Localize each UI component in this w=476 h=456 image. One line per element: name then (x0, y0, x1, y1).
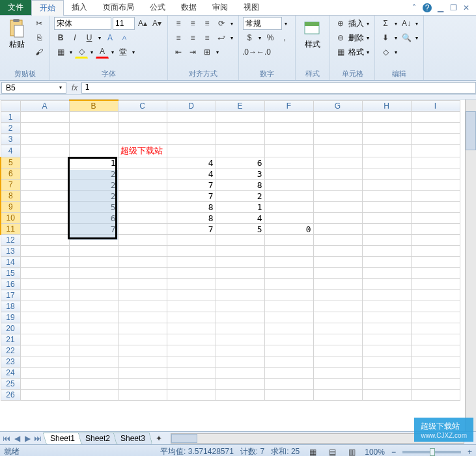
cell-C26[interactable] (118, 390, 167, 401)
tab-layout[interactable]: 页面布局 (95, 0, 142, 15)
cell-F17[interactable] (264, 290, 313, 301)
cell-C6[interactable] (118, 168, 167, 180)
cell-I26[interactable] (411, 390, 460, 401)
cell-H19[interactable] (362, 312, 411, 323)
cell-F10[interactable] (264, 213, 313, 224)
cell-G13[interactable] (313, 246, 362, 257)
delete-cells-label[interactable]: 删除 (348, 33, 364, 44)
row-header-10[interactable]: 10 (1, 213, 20, 224)
cell-E26[interactable] (216, 390, 264, 401)
cell-I10[interactable] (411, 213, 460, 224)
font-name-select[interactable] (54, 17, 111, 30)
format-cells-icon[interactable]: ▦ (334, 46, 347, 59)
cell-C11[interactable] (118, 224, 167, 235)
cell-F11[interactable]: 0 (264, 224, 313, 235)
cell-G26[interactable] (313, 390, 362, 401)
cell-E15[interactable] (216, 268, 264, 279)
cell-C15[interactable] (118, 268, 167, 279)
cell-E18[interactable] (216, 301, 264, 312)
cell-G21[interactable] (313, 334, 362, 345)
cell-F19[interactable] (264, 312, 313, 323)
cell-F9[interactable] (264, 202, 313, 213)
cell-C17[interactable] (118, 290, 167, 301)
view-normal-icon[interactable]: ▦ (306, 446, 319, 457)
cell-C9[interactable] (118, 202, 167, 213)
row-header-19[interactable]: 19 (1, 312, 20, 323)
increase-indent-icon[interactable]: ⇥ (186, 46, 199, 59)
cell-H8[interactable] (362, 191, 411, 202)
cell-H25[interactable] (362, 379, 411, 390)
cell-G14[interactable] (313, 257, 362, 268)
cell-D8[interactable]: 7 (167, 191, 216, 202)
cell-I25[interactable] (411, 379, 460, 390)
zoom-out-icon[interactable]: − (391, 448, 396, 457)
cell-A21[interactable] (20, 334, 69, 345)
col-header-I[interactable]: I (411, 100, 460, 112)
align-top-icon[interactable]: ≡ (172, 17, 185, 30)
cell-B22[interactable] (69, 345, 118, 356)
cell-F24[interactable] (264, 368, 313, 379)
cell-G12[interactable] (313, 235, 362, 246)
cell-H3[interactable] (362, 134, 411, 145)
select-all-corner[interactable] (1, 100, 20, 112)
cell-C22[interactable] (118, 345, 167, 356)
cell-A20[interactable] (20, 323, 69, 334)
cell-D21[interactable] (167, 334, 216, 345)
insert-cells-icon[interactable]: ⊕ (334, 17, 347, 30)
grid-table[interactable]: ABCDEFGHI1234超级下载站5146624372788272958110… (0, 100, 460, 401)
cell-B15[interactable] (69, 268, 118, 279)
view-break-icon[interactable]: ▥ (345, 446, 358, 457)
cell-A17[interactable] (20, 290, 69, 301)
cell-E6[interactable]: 3 (216, 168, 264, 180)
cell-G17[interactable] (313, 290, 362, 301)
cell-I24[interactable] (411, 368, 460, 379)
zoom-level[interactable]: 100% (365, 448, 385, 457)
font-size-select[interactable] (113, 17, 135, 30)
copy-icon[interactable]: ⎘ (33, 31, 46, 44)
restore-icon[interactable]: ❐ (449, 3, 458, 12)
align-left-icon[interactable]: ≡ (172, 31, 185, 44)
fill-icon[interactable]: ⬇ (379, 31, 392, 44)
cell-D16[interactable] (167, 279, 216, 290)
cell-E19[interactable] (216, 312, 264, 323)
minimize-ribbon-icon[interactable]: ˄ (410, 3, 419, 12)
cell-B9[interactable]: 5 (69, 202, 118, 213)
cell-H23[interactable] (362, 356, 411, 368)
cell-C20[interactable] (118, 323, 167, 334)
cell-A5[interactable] (20, 157, 69, 168)
align-middle-icon[interactable]: ≡ (186, 17, 199, 30)
cell-D10[interactable]: 8 (167, 213, 216, 224)
cell-I19[interactable] (411, 312, 460, 323)
new-sheet-icon[interactable]: ✦ (152, 432, 165, 445)
tab-data[interactable]: 数据 (173, 0, 204, 15)
cell-E10[interactable]: 4 (216, 213, 264, 224)
cell-D19[interactable] (167, 312, 216, 323)
row-header-2[interactable]: 2 (1, 123, 20, 134)
cell-E16[interactable] (216, 279, 264, 290)
cell-E14[interactable] (216, 257, 264, 268)
underline-button[interactable]: U (83, 31, 96, 44)
cell-A6[interactable] (20, 168, 69, 180)
cell-A12[interactable] (20, 235, 69, 246)
cell-H12[interactable] (362, 235, 411, 246)
bold-button[interactable]: B (54, 31, 67, 44)
cell-C23[interactable] (118, 356, 167, 368)
cell-A25[interactable] (20, 379, 69, 390)
cell-F14[interactable] (264, 257, 313, 268)
sheet-nav-first-icon[interactable]: ⏮ (1, 434, 12, 443)
cell-D24[interactable] (167, 368, 216, 379)
cell-A11[interactable] (20, 224, 69, 235)
row-header-14[interactable]: 14 (1, 257, 20, 268)
cell-E13[interactable] (216, 246, 264, 257)
row-header-11[interactable]: 11 (1, 224, 20, 235)
cell-H17[interactable] (362, 290, 411, 301)
cell-B3[interactable] (69, 134, 118, 145)
cell-B2[interactable] (69, 123, 118, 134)
cell-G3[interactable] (313, 134, 362, 145)
cell-E2[interactable] (216, 123, 264, 134)
cell-G22[interactable] (313, 345, 362, 356)
col-header-F[interactable]: F (264, 100, 313, 112)
cell-B14[interactable] (69, 257, 118, 268)
cell-D3[interactable] (167, 134, 216, 145)
cell-I23[interactable] (411, 356, 460, 368)
